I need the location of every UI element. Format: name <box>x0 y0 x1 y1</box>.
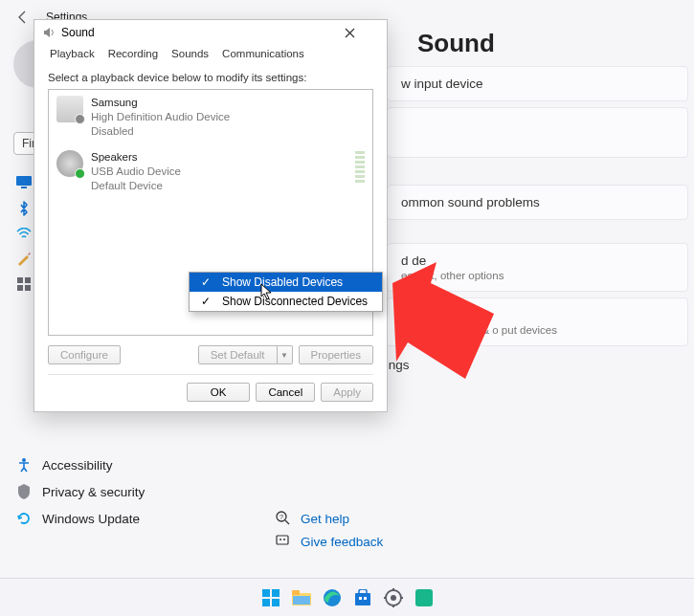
svg-rect-18 <box>293 596 310 605</box>
accessibility-icon <box>15 457 33 473</box>
card-spacer[interactable] <box>387 107 688 158</box>
configure-button[interactable]: Configure <box>48 345 121 364</box>
card-devices[interactable]: d dees o ot, other options <box>387 243 688 292</box>
svg-rect-4 <box>17 285 23 291</box>
settings-icon[interactable] <box>380 584 407 611</box>
apps-icon <box>15 277 33 291</box>
get-help[interactable]: ? Get help <box>276 507 383 530</box>
tab-playback[interactable]: Playback <box>44 45 101 64</box>
svg-rect-21 <box>359 597 362 600</box>
help-link[interactable]: Get help <box>301 512 349 526</box>
nav-label: Accessibility <box>42 458 113 473</box>
device-desc: USB Audio Device <box>91 165 181 179</box>
feedback-icon <box>276 534 291 549</box>
explorer-icon[interactable] <box>288 584 315 611</box>
device-desc: High Definition Audio Device <box>91 110 230 124</box>
monitor-icon <box>56 96 83 122</box>
svg-rect-9 <box>277 536 288 544</box>
card-input-device[interactable]: w input device <box>387 66 688 101</box>
svg-point-11 <box>283 539 285 540</box>
taskbar <box>0 578 694 616</box>
apply-button[interactable]: Apply <box>321 383 373 402</box>
nav-label: Privacy & security <box>42 485 145 499</box>
privacy-icon <box>15 484 33 499</box>
card-troubleshoot[interactable]: ommon sound problems <box>387 185 688 220</box>
svg-text:?: ? <box>280 514 283 520</box>
system-icon <box>15 176 33 189</box>
device-samsung[interactable]: Samsung High Definition Audio Device Dis… <box>49 90 372 144</box>
dialog-title: Sound <box>61 26 95 39</box>
svg-rect-22 <box>364 597 367 600</box>
ctx-show-disabled[interactable]: ✓ Show Disabled Devices <box>190 273 382 292</box>
back-icon[interactable] <box>15 10 31 25</box>
check-icon: ✓ <box>199 275 213 289</box>
personalization-icon <box>15 251 33 266</box>
svg-point-6 <box>22 458 26 462</box>
help-section: ? Get help Give feedback <box>276 507 383 553</box>
ctx-label: Show Disconnected Devices <box>222 295 368 308</box>
sound-icon <box>42 26 56 39</box>
nav-label: Windows Update <box>42 512 140 526</box>
cancel-button[interactable]: Cancel <box>256 383 315 402</box>
device-status: Disabled <box>91 124 230 139</box>
properties-button[interactable]: Properties <box>299 345 373 364</box>
nav-update[interactable]: Windows Update <box>13 505 205 532</box>
check-icon: ✓ <box>199 295 213 308</box>
store-icon[interactable] <box>349 584 376 611</box>
tab-sounds[interactable]: Sounds <box>166 45 214 64</box>
svg-rect-3 <box>25 277 31 283</box>
dialog-titlebar[interactable]: Sound <box>34 20 387 45</box>
svg-rect-1 <box>21 187 27 188</box>
tab-communications[interactable]: Communications <box>216 45 310 64</box>
start-icon[interactable] <box>257 584 284 611</box>
feedback-link[interactable]: Give feedback <box>301 535 383 549</box>
bluetooth-icon <box>15 201 33 216</box>
speaker-icon <box>56 150 83 177</box>
give-feedback[interactable]: Give feedback <box>276 530 383 553</box>
svg-point-24 <box>391 595 396 601</box>
close-button[interactable] <box>345 28 379 38</box>
svg-rect-15 <box>272 599 280 606</box>
device-name: Samsung <box>91 96 230 110</box>
device-speakers[interactable]: Speakers USB Audio Device Default Device <box>49 144 372 199</box>
ctx-show-disconnected[interactable]: ✓ Show Disconnected Devices <box>190 292 382 311</box>
svg-rect-14 <box>262 599 270 606</box>
sound-dialog: Sound Playback Recording Sounds Communic… <box>34 19 388 412</box>
instruction-text: Select a playback device below to modify… <box>48 72 373 83</box>
svg-rect-20 <box>355 593 370 605</box>
network-icon <box>15 228 33 239</box>
svg-rect-29 <box>415 589 433 606</box>
set-default-split[interactable]: Set Default ▼ <box>198 345 293 364</box>
svg-rect-17 <box>292 590 300 595</box>
device-status: Default Device <box>91 179 181 193</box>
context-menu: ✓ Show Disabled Devices ✓ Show Disconnec… <box>189 272 383 312</box>
nav-privacy[interactable]: Privacy & security <box>13 478 205 505</box>
page-title: Sound <box>417 29 688 58</box>
app-icon[interactable] <box>411 584 437 611</box>
tab-recording[interactable]: Recording <box>102 45 164 64</box>
svg-rect-2 <box>17 277 23 283</box>
svg-rect-12 <box>262 589 270 597</box>
card-mixer[interactable]: mixere mix, app input & o put devices <box>387 297 688 346</box>
set-default-button[interactable]: Set Default <box>198 345 278 364</box>
svg-point-10 <box>280 539 281 540</box>
chevron-down-icon[interactable]: ▼ <box>278 345 293 364</box>
ctx-label: Show Disabled Devices <box>222 275 343 289</box>
svg-rect-13 <box>272 589 280 597</box>
nav-accessibility[interactable]: Accessibility <box>13 451 205 478</box>
dialog-tabs: Playback Recording Sounds Communications <box>34 45 387 64</box>
svg-rect-0 <box>16 176 32 186</box>
level-meter <box>355 150 365 183</box>
update-icon <box>15 511 33 526</box>
help-icon: ? <box>276 511 291 526</box>
edge-icon[interactable] <box>319 584 346 611</box>
ok-button[interactable]: OK <box>187 383 251 402</box>
svg-rect-5 <box>25 285 31 291</box>
device-name: Speakers <box>91 150 181 165</box>
